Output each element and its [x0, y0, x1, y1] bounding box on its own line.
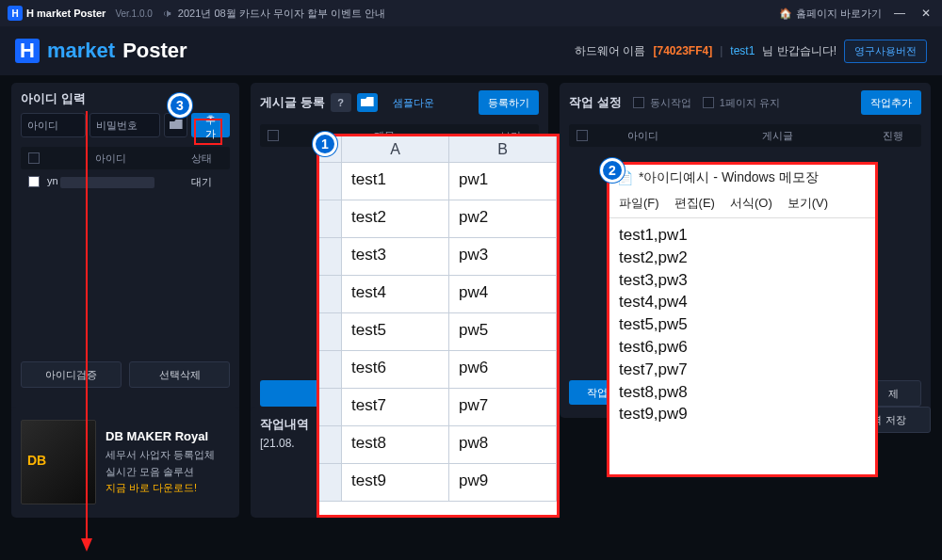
- excel-cell-a: test8: [342, 426, 449, 464]
- notepad-window-title: *아이디예시 - Windows 메모장: [639, 169, 819, 186]
- notepad-menu-file: 파일(F): [619, 195, 659, 212]
- notepad-menu-format: 서식(O): [730, 195, 772, 212]
- greeting-suffix: 님 반갑습니다!: [762, 43, 836, 59]
- annotation-box-folder: [194, 119, 222, 145]
- window-close-button[interactable]: ✕: [918, 5, 934, 22]
- notepad-line: test2,pw2: [619, 247, 866, 269]
- add-task-button[interactable]: 작업추가: [861, 90, 921, 115]
- license-button[interactable]: 영구사용버전: [844, 40, 927, 63]
- excel-cell-b: pw9: [449, 464, 557, 502]
- row-status-cell: 대기: [173, 175, 230, 189]
- excel-cell-a: test7: [342, 389, 449, 426]
- notepad-menu-edit: 편집(E): [674, 195, 715, 212]
- excel-cell-b: pw6: [449, 351, 557, 389]
- notepad-line: test1,pw1: [619, 224, 866, 247]
- register-post-button[interactable]: 등록하기: [479, 90, 539, 115]
- task-post-col-header: 게시글: [690, 129, 865, 143]
- id-table-header: 아이디 상태: [21, 147, 230, 169]
- row-id-cell: yn: [47, 175, 173, 187]
- app-icon: H: [8, 6, 23, 21]
- select-all-checkbox[interactable]: [28, 152, 40, 164]
- excel-row: test3pw3: [319, 238, 557, 276]
- id-panel-title: 아이디 입력: [21, 90, 230, 107]
- excel-cell-b: pw8: [449, 426, 557, 464]
- excel-cell-b: pw1: [449, 163, 557, 200]
- folder-icon: [361, 97, 374, 108]
- excel-row: test8pw8: [319, 426, 557, 464]
- titlebar-version: Ver.1.0.0: [115, 8, 152, 19]
- task-progress-col-header: 진행: [865, 129, 921, 143]
- excel-row: test2pw2: [319, 200, 557, 238]
- id-table-row[interactable]: yn 대기: [21, 169, 230, 194]
- excel-cell-b: pw3: [449, 238, 557, 276]
- excel-cell-b: pw7: [449, 389, 557, 426]
- task-panel-header: 작업 설정 동시작업 1페이지 유지 작업추가: [569, 90, 921, 115]
- promo-line1: 세무서 사업자 등록업체: [106, 447, 215, 464]
- notepad-line: test6,pw6: [619, 336, 866, 359]
- titlebar-announcement[interactable]: 2021년 08월 카드사 무이자 할부 이벤트 안내: [162, 7, 385, 21]
- excel-row: test4pw4: [319, 276, 557, 313]
- task-panel-title: 작업 설정: [569, 94, 622, 111]
- keep-page1-checkbox[interactable]: [703, 97, 714, 108]
- hardware-label: 하드웨어 이름: [575, 43, 645, 59]
- current-user: test1: [730, 44, 755, 57]
- titlebar: H H market Poster Ver.1.0.0 2021년 08월 카드…: [0, 0, 942, 26]
- titlebar-app-name: H H market Poster: [8, 6, 106, 21]
- excel-cell-b: pw2: [449, 200, 557, 238]
- notepad-line: test7,pw7: [619, 359, 866, 381]
- excel-col-a-header: A: [342, 136, 449, 162]
- speaker-icon: [162, 8, 172, 19]
- help-icon[interactable]: ?: [331, 93, 351, 112]
- promo-boxart: [21, 420, 96, 504]
- excel-cell-a: test4: [342, 276, 449, 313]
- censored-text: [60, 177, 154, 188]
- promo-banner[interactable]: DB MAKER Royal 세무서 사업자 등록업체 실시간 모음 솔루션 지…: [11, 407, 239, 518]
- homepage-link[interactable]: 홈페이지 바로가기: [779, 7, 882, 21]
- post-folder-button[interactable]: [357, 93, 378, 112]
- row-checkbox[interactable]: [28, 176, 40, 187]
- excel-cell-b: pw4: [449, 276, 557, 313]
- notepad-line: test5,pw5: [619, 313, 866, 336]
- excel-cell-a: test9: [342, 464, 449, 502]
- window-minimize-button[interactable]: —: [891, 5, 908, 22]
- promo-line2: 실시간 모음 솔루션: [106, 464, 215, 481]
- post-select-all-checkbox[interactable]: [268, 130, 279, 141]
- id-field[interactable]: 아이디: [21, 113, 86, 137]
- keep-page1-label: 1페이지 유지: [720, 96, 780, 110]
- excel-cell-a: test1: [342, 163, 449, 200]
- excel-cell-a: test5: [342, 313, 449, 351]
- delete-selected-button[interactable]: 선택삭제: [129, 361, 230, 388]
- post-panel-header: 게시글 등록 ? 샘플다운 등록하기: [260, 90, 539, 115]
- log-panel-title: 작업내역: [260, 416, 309, 433]
- notepad-line: test8,pw8: [619, 381, 866, 404]
- excel-col-b-header: B: [449, 136, 557, 162]
- status-col-header: 상태: [173, 152, 230, 166]
- excel-row: test6pw6: [319, 351, 557, 389]
- excel-cell-a: test6: [342, 351, 449, 389]
- concurrent-checkbox[interactable]: [633, 97, 644, 108]
- sample-download-link[interactable]: 샘플다운: [387, 95, 440, 111]
- excel-row: test7pw7: [319, 389, 557, 426]
- task-select-all-checkbox[interactable]: [577, 130, 588, 141]
- promo-text: DB MAKER Royal 세무서 사업자 등록업체 실시간 모음 솔루션 지…: [106, 427, 215, 497]
- task-table-header: 아이디 게시글 진행: [569, 124, 921, 147]
- promo-cta: 지금 바로 다운로드!: [106, 480, 215, 497]
- example-notepad-overlay: 📄 *아이디예시 - Windows 메모장 파일(F) 편집(E) 서식(O)…: [607, 162, 878, 477]
- svg-marker-1: [81, 538, 92, 552]
- brand-logo: H market Poster: [15, 39, 187, 63]
- task-id-col-header: 아이디: [595, 129, 690, 143]
- notepad-line: test4,pw4: [619, 291, 866, 313]
- id-col-header: 아이디: [47, 152, 173, 166]
- brandbar: H market Poster 하드웨어 이름 [74023FF4] | tes…: [0, 26, 942, 75]
- concurrent-label: 동시작업: [650, 96, 691, 110]
- post-panel-title: 게시글 등록: [260, 94, 325, 111]
- folder-icon: [170, 119, 183, 132]
- pw-field[interactable]: 비밀번호: [89, 113, 160, 137]
- excel-cell-a: test3: [342, 238, 449, 276]
- promo-title: DB MAKER Royal: [106, 427, 215, 447]
- home-icon: [779, 8, 792, 20]
- excel-row: test1pw1: [319, 163, 557, 200]
- annotation-tag-2: 2: [600, 158, 625, 183]
- verify-id-button[interactable]: 아이디검증: [21, 361, 122, 388]
- annotation-tag-3: 3: [168, 93, 192, 118]
